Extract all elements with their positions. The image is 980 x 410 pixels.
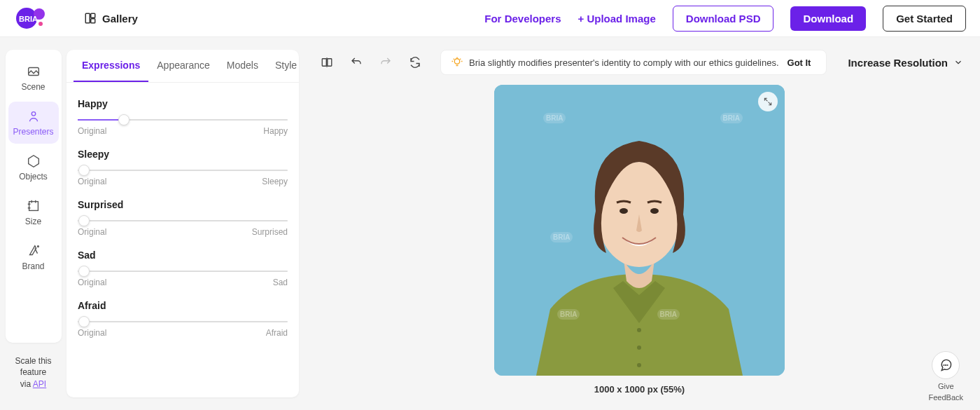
slider-labels: Original Afraid <box>78 328 288 338</box>
canvas: Bria slightly modifies presenter's ident… <box>299 37 980 410</box>
svg-point-17 <box>637 346 641 350</box>
compare-button[interactable] <box>316 51 338 74</box>
download-button[interactable]: Download <box>790 6 866 31</box>
rail-label: Brand <box>22 261 44 271</box>
api-link[interactable]: API <box>33 379 46 389</box>
svg-rect-5 <box>91 13 95 18</box>
rail-item-scene[interactable]: Scene <box>8 57 59 99</box>
tab-models[interactable]: Models <box>218 50 267 82</box>
rail-item-objects[interactable]: Objects <box>8 146 59 189</box>
watermark: BRIA <box>657 309 680 320</box>
undo-button[interactable] <box>345 51 368 74</box>
slider-title: Happy <box>78 98 288 109</box>
compare-icon <box>321 56 333 69</box>
svg-point-24 <box>947 365 948 366</box>
svg-point-23 <box>946 365 946 366</box>
logo[interactable]: BRIA <box>14 6 56 31</box>
slider-track[interactable] <box>78 271 288 272</box>
feedback-button[interactable] <box>932 351 960 379</box>
left-rail: Scene Presenters Objects Size Brand Scal… <box>0 37 66 410</box>
slider-thumb[interactable] <box>78 165 90 176</box>
download-psd-button[interactable]: Download PSD <box>673 6 774 32</box>
slider-right: Afraid <box>266 328 288 338</box>
rail-item-size[interactable]: Size <box>8 191 59 233</box>
for-developers-link[interactable]: For Developers <box>484 13 561 25</box>
slider-left: Original <box>78 278 106 287</box>
rail-item-presenters[interactable]: Presenters <box>8 102 59 144</box>
info-bar: Bria slightly modifies presenter's ident… <box>440 50 827 75</box>
footer-line1: Scale this feature <box>15 356 51 378</box>
scene-icon <box>26 64 41 79</box>
svg-rect-11 <box>322 59 326 67</box>
rail-card: Scene Presenters Objects Size Brand <box>6 50 62 343</box>
svg-point-22 <box>944 365 944 366</box>
slider-labels: Original Sleepy <box>78 177 288 186</box>
tab-expressions[interactable]: Expressions <box>74 50 148 82</box>
slider-left: Original <box>78 177 106 186</box>
slider-right: Sad <box>273 278 288 287</box>
feedback-line1: Give <box>938 382 954 390</box>
panel-tabs: Expressions Appearance Models Style <box>66 50 299 83</box>
footer-line2: via <box>20 379 33 389</box>
svg-point-8 <box>31 112 36 116</box>
slider-sleepy: Sleepy Original Sleepy <box>78 140 288 191</box>
slider-surprised: Surprised Original Surprised <box>78 191 288 241</box>
slider-fill <box>78 119 124 121</box>
expand-button[interactable] <box>758 92 778 111</box>
upload-image-button[interactable]: + Upload Image <box>578 13 656 25</box>
slider-right: Sleepy <box>262 177 288 186</box>
watermark: BRIA <box>550 232 573 242</box>
svg-point-16 <box>637 328 641 332</box>
slider-track[interactable] <box>78 321 288 322</box>
slider-track[interactable] <box>78 170 288 171</box>
info-text: Bria slightly modifies presenter's ident… <box>469 57 779 68</box>
image-preview[interactable]: BRIA BRIA BRIA BRIA BRIA <box>494 85 785 376</box>
svg-rect-9 <box>29 202 38 211</box>
slider-thumb[interactable] <box>78 266 90 277</box>
slider-labels: Original Happy <box>78 126 288 136</box>
expand-icon <box>763 97 773 107</box>
feedback-widget[interactable]: Give FeedBack <box>928 351 963 402</box>
canvas-toolbar: Bria slightly modifies presenter's ident… <box>316 50 963 75</box>
rail-label: Size <box>25 217 41 226</box>
slider-sad: Sad Original Sad <box>78 241 288 292</box>
reset-button[interactable] <box>404 51 426 74</box>
rail-item-brand[interactable]: Brand <box>8 236 59 278</box>
svg-point-10 <box>37 246 38 247</box>
get-started-button[interactable]: Get Started <box>883 6 966 32</box>
svg-point-20 <box>620 208 628 214</box>
resolution-label: Increase Resolution <box>848 57 948 69</box>
slider-labels: Original Sad <box>78 278 288 287</box>
slider-left: Original <box>78 227 106 237</box>
slider-title: Sleepy <box>78 149 288 160</box>
svg-point-18 <box>637 363 641 367</box>
slider-thumb[interactable] <box>118 114 130 125</box>
slider-right: Surprised <box>252 227 288 237</box>
watermark: BRIA <box>557 309 580 320</box>
svg-point-14 <box>454 59 460 64</box>
gallery-icon <box>84 12 97 25</box>
portrait-image <box>494 85 785 376</box>
panel-body[interactable]: Happy Original Happy Sleepy Original <box>66 83 299 397</box>
slider-happy: Happy Original Happy <box>78 90 288 140</box>
tab-appearance[interactable]: Appearance <box>148 50 218 82</box>
undo-icon <box>350 56 363 69</box>
header: BRIA Gallery For Developers + Upload Ima… <box>0 0 980 37</box>
slider-thumb[interactable] <box>78 215 90 226</box>
slider-track[interactable] <box>78 119 288 121</box>
header-right: For Developers + Upload Image Download P… <box>484 6 966 32</box>
watermark: BRIA <box>543 113 566 123</box>
gallery-label: Gallery <box>102 13 138 25</box>
slider-thumb[interactable] <box>78 316 90 327</box>
options-panel: Expressions Appearance Models Style Happ… <box>66 50 299 397</box>
rail-label: Presenters <box>13 127 53 137</box>
svg-point-2 <box>38 22 43 26</box>
got-it-button[interactable]: Got It <box>788 57 811 68</box>
slider-right: Happy <box>263 126 288 136</box>
slider-track[interactable] <box>78 220 288 221</box>
gallery-button[interactable]: Gallery <box>84 12 138 25</box>
redo-button[interactable] <box>374 51 397 74</box>
image-wrap: BRIA BRIA BRIA BRIA BRIA 1000 x 1000 px … <box>316 85 963 403</box>
resolution-dropdown[interactable]: Increase Resolution <box>848 57 963 69</box>
reset-icon <box>409 56 421 69</box>
